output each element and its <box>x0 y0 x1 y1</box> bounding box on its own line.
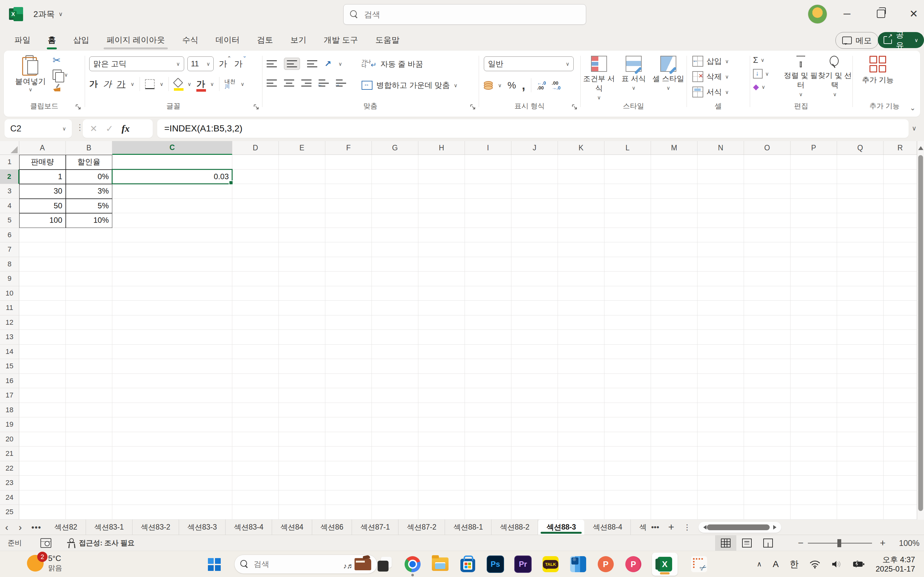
cell-J12[interactable] <box>511 316 558 330</box>
cell-P9[interactable] <box>790 271 837 286</box>
ribbon-tab-파일[interactable]: 파일 <box>6 28 39 51</box>
cell-O7[interactable] <box>744 242 790 257</box>
cell-K7[interactable] <box>558 242 604 257</box>
cell-Q21[interactable] <box>837 446 884 461</box>
orientation-button[interactable]: ↗ <box>325 59 331 69</box>
cell-G14[interactable] <box>372 345 418 359</box>
sheet-tab-섹션87-2[interactable]: 섹션87-2 <box>399 520 445 535</box>
cell-J10[interactable] <box>511 286 558 301</box>
cell-K17[interactable] <box>558 388 604 403</box>
cell-P25[interactable] <box>790 505 837 520</box>
screen-capture-tray-icon[interactable] <box>691 556 707 572</box>
cell-M14[interactable] <box>651 345 698 359</box>
ribbon-tab-도움말[interactable]: 도움말 <box>367 28 408 51</box>
column-header-G[interactable]: G <box>372 141 418 155</box>
sheet-tab-섹션88-3[interactable]: 섹션88-3 <box>538 520 584 535</box>
cell-A20[interactable] <box>19 432 66 447</box>
cell-Q17[interactable] <box>837 388 884 403</box>
cell-I24[interactable] <box>465 490 511 505</box>
decrease-indent-button[interactable]: ← <box>318 79 329 87</box>
number-format-select[interactable]: 일반∨ <box>484 56 573 71</box>
cell-A16[interactable] <box>19 374 66 388</box>
cell-O1[interactable] <box>744 155 790 169</box>
cell-M16[interactable] <box>651 374 698 388</box>
cell-P17[interactable] <box>790 388 837 403</box>
cell-I12[interactable] <box>465 316 511 330</box>
row-header-24[interactable]: 24 <box>0 490 19 505</box>
cell-C15[interactable] <box>112 359 232 374</box>
cell-B14[interactable] <box>66 345 112 359</box>
cell-K14[interactable] <box>558 345 604 359</box>
cell-G3[interactable] <box>372 184 418 199</box>
cell-G8[interactable] <box>372 257 418 272</box>
cell-G21[interactable] <box>372 446 418 461</box>
cell-E9[interactable] <box>279 271 325 286</box>
powerpoint-taskbar-button[interactable]: P <box>596 554 616 574</box>
cell-E1[interactable] <box>279 155 325 169</box>
cell-A7[interactable] <box>19 242 66 257</box>
merge-center-button[interactable]: 병합하고 가운데 맞춤 ∨ <box>362 80 457 90</box>
row-header-6[interactable]: 6 <box>0 228 19 243</box>
cell-F25[interactable] <box>325 505 372 520</box>
cell-B24[interactable] <box>66 490 112 505</box>
cell-E24[interactable] <box>279 490 325 505</box>
accounting-format-button[interactable] <box>484 81 492 89</box>
cell-J9[interactable] <box>511 271 558 286</box>
cell-N10[interactable] <box>698 286 744 301</box>
volume-icon[interactable] <box>831 560 842 569</box>
name-box[interactable]: C2 ∨ <box>5 119 72 138</box>
cell-J20[interactable] <box>511 432 558 447</box>
row-header-13[interactable]: 13 <box>0 330 19 345</box>
cell-K2[interactable] <box>558 169 604 184</box>
microsoft-store-taskbar-button[interactable] <box>457 554 478 574</box>
new-sheet-button[interactable]: + <box>662 521 680 533</box>
cell-R10[interactable] <box>884 286 917 301</box>
cell-C4[interactable] <box>112 199 232 213</box>
select-all-corner[interactable] <box>0 141 19 155</box>
column-header-L[interactable]: L <box>604 141 651 155</box>
cell-O3[interactable] <box>744 184 790 199</box>
cell-Q1[interactable] <box>837 155 884 169</box>
column-header-I[interactable]: I <box>465 141 511 155</box>
column-header-J[interactable]: J <box>511 141 558 155</box>
cell-Q20[interactable] <box>837 432 884 447</box>
align-right-button[interactable] <box>301 79 312 87</box>
cell-L16[interactable] <box>604 374 651 388</box>
cell-L22[interactable] <box>604 461 651 476</box>
cell-Q5[interactable] <box>837 213 884 228</box>
cell-A14[interactable] <box>19 345 66 359</box>
cell-P5[interactable] <box>790 213 837 228</box>
cut-button[interactable]: ✂ <box>53 55 68 66</box>
cell-O16[interactable] <box>744 374 790 388</box>
cell-I13[interactable] <box>465 330 511 345</box>
kakaotalk-taskbar-button[interactable]: TALK <box>540 554 561 574</box>
cell-B15[interactable] <box>66 359 112 374</box>
conditional-formatting-button[interactable]: 조건부 서식 ∨ <box>583 56 615 103</box>
cell-I20[interactable] <box>465 432 511 447</box>
cell-D9[interactable] <box>232 271 279 286</box>
cell-I1[interactable] <box>465 155 511 169</box>
cell-J25[interactable] <box>511 505 558 520</box>
cell-M3[interactable] <box>651 184 698 199</box>
cell-Q3[interactable] <box>837 184 884 199</box>
row-header-19[interactable]: 19 <box>0 417 19 432</box>
cell-M2[interactable] <box>651 169 698 184</box>
find-select-button[interactable]: 찾기 및 선택 ∨ <box>817 55 853 99</box>
cell-J3[interactable] <box>511 184 558 199</box>
cell-O6[interactable] <box>744 228 790 243</box>
cell-E16[interactable] <box>279 374 325 388</box>
cell-M18[interactable] <box>651 403 698 418</box>
cell-K6[interactable] <box>558 228 604 243</box>
cell-B8[interactable] <box>66 257 112 272</box>
cell-Q22[interactable] <box>837 461 884 476</box>
cell-L17[interactable] <box>604 388 651 403</box>
cell-E14[interactable] <box>279 345 325 359</box>
cell-D1[interactable] <box>232 155 279 169</box>
excel-taskbar-button-active[interactable]: X <box>652 553 678 576</box>
cell-D3[interactable] <box>232 184 279 199</box>
increase-font-button[interactable]: 가 <box>217 58 229 70</box>
cell-J23[interactable] <box>511 476 558 490</box>
cell-G4[interactable] <box>372 199 418 213</box>
cell-B16[interactable] <box>66 374 112 388</box>
cell-H4[interactable] <box>418 199 465 213</box>
